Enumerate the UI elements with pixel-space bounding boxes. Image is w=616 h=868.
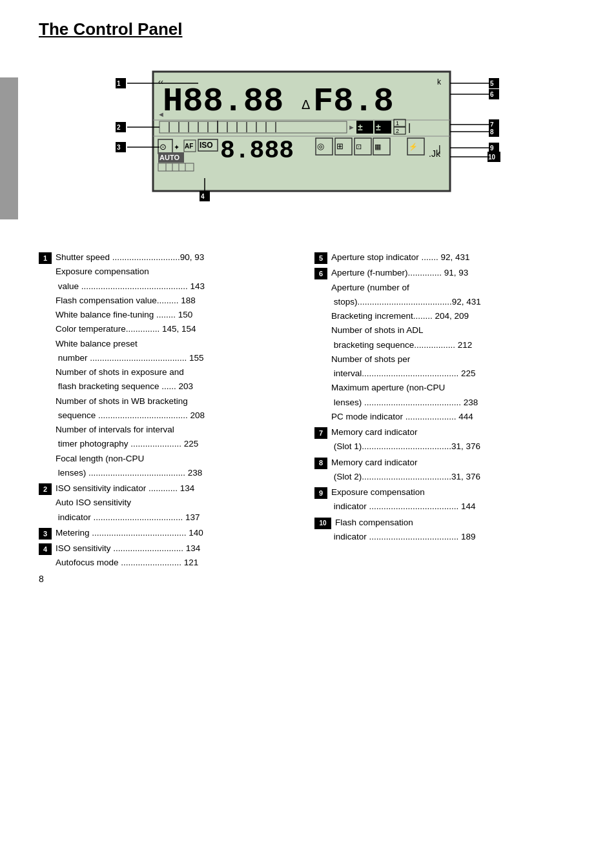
sub-entry-1-4: White balance fine-tuning ........ 150 [56, 308, 302, 321]
sub-entry-7-1: (Slot 1)................................… [331, 440, 577, 453]
entry-text-2: ISO sensitivity indicator ............ 1… [56, 482, 302, 495]
entry-num-1: 1 [39, 252, 52, 264]
entry-num-6: 6 [314, 268, 327, 279]
sub-entry-6-1: Aperture (number of [331, 281, 577, 294]
sub-entry-1-11: sequence ...............................… [56, 409, 302, 422]
entry-text-8: Memory card indicator [331, 456, 577, 469]
entry-text-3: Metering ...............................… [56, 527, 302, 540]
entry-num-2: 2 [39, 483, 52, 495]
entry-text-4: ISO sensitivity ........................… [56, 542, 302, 555]
sub-entry-2-1: Auto ISO sensitivity [56, 496, 302, 509]
entry-num-8: 8 [314, 458, 327, 469]
diagram-container: H88.88 Δ F8.8 ‹‹ k ◄ [88, 52, 528, 245]
entry-num-5: 5 [314, 252, 327, 264]
entry-10: 10 Flash compensation [314, 516, 577, 529]
svg-text:2: 2 [117, 124, 121, 131]
svg-text:F8.8: F8.8 [313, 83, 394, 121]
sub-entry-1-15: lenses) ................................… [56, 467, 302, 479]
sub-entry-1-6: White balance preset [56, 338, 302, 350]
entry-text-7: Memory card indicator [331, 426, 577, 439]
left-column: 1 Shutter speed ........................… [39, 251, 302, 571]
content-area: 1 Shutter speed ........................… [39, 251, 577, 571]
page-number: 8 [39, 574, 44, 584]
svg-text:10: 10 [488, 154, 496, 161]
sub-entry-1-10: Number of shots in WB bracketing [56, 395, 302, 408]
entry-num-10: 10 [314, 518, 331, 529]
sub-entry-1-13: timer photography ..................... … [56, 438, 302, 450]
svg-text:5: 5 [490, 80, 494, 87]
entry-text-9: Exposure compensation [331, 486, 577, 499]
svg-text:✦: ✦ [174, 143, 180, 151]
control-panel-diagram: H88.88 Δ F8.8 ‹‹ k ◄ [88, 52, 528, 243]
entry-9: 9 Exposure compensation [314, 486, 577, 499]
sub-entry-6-2: stops)..................................… [331, 296, 577, 308]
entry-4: 4 ISO sensitivity ......................… [39, 542, 302, 555]
svg-text:⊞: ⊞ [336, 141, 344, 151]
svg-text:1: 1 [117, 80, 121, 87]
sub-entry-6-8: Maximum aperture (non-CPU [331, 381, 577, 394]
svg-text:⊡: ⊡ [356, 143, 362, 150]
svg-text:3: 3 [117, 144, 121, 151]
entry-text-1: Shutter speed ..........................… [56, 251, 302, 264]
sub-entry-1-9: flash bracketing sequence ...... 203 [56, 380, 302, 393]
svg-text:±: ± [376, 122, 381, 132]
entry-5: 5 Aperture stop indicator ....... 92, 43… [314, 251, 577, 264]
entry-6: 6 Aperture (f-number).............. 91, … [314, 267, 577, 279]
sub-entry-1-8: Number of shots in exposure and [56, 366, 302, 379]
sub-entry-6-9: lenses) ................................… [331, 396, 577, 409]
svg-text:AF: AF [185, 143, 193, 150]
sub-entry-6-4: Number of shots in ADL [331, 324, 577, 337]
entry-text-6: Aperture (f-number).............. 91, 93 [331, 267, 577, 279]
svg-text:1: 1 [396, 120, 399, 126]
svg-text:2: 2 [396, 128, 399, 134]
sub-entry-1-12: Number of intervals for interval [56, 423, 302, 436]
svg-text:8: 8 [490, 128, 494, 136]
svg-text:⚡: ⚡ [409, 142, 418, 151]
sub-entry-6-5: bracketing sequence................. 212 [331, 339, 577, 352]
svg-text:|: | [438, 144, 441, 154]
sub-entry-10-1: indicator ..............................… [331, 530, 577, 543]
sub-entry-6-3: Bracketing increment........ 204, 209 [331, 310, 577, 323]
entry-text-10: Flash compensation [335, 516, 577, 529]
entry-num-7: 7 [314, 427, 327, 439]
svg-text:◎: ◎ [317, 141, 324, 151]
sub-entry-9-1: indicator ..............................… [331, 500, 577, 513]
sub-entry-1-7: number .................................… [56, 352, 302, 365]
svg-text:|: | [408, 122, 411, 133]
entry-8: 8 Memory card indicator [314, 456, 577, 469]
entry-text-5: Aperture stop indicator ....... 92, 431 [331, 251, 577, 264]
sub-entry-8-1: (Slot 2)................................… [331, 470, 577, 483]
svg-text:ISO: ISO [200, 141, 213, 150]
sub-entry-6-7: interval................................… [331, 367, 577, 380]
sub-entry-1-2: value ..................................… [56, 280, 302, 293]
sub-entry-6-10: PC mode indicator ..................... … [331, 410, 577, 423]
svg-text:H88.88: H88.88 [163, 83, 283, 121]
entry-num-9: 9 [314, 487, 327, 499]
sub-entry-1-3: Flash compensation value......... 188 [56, 294, 302, 307]
svg-text:4: 4 [201, 193, 205, 200]
sub-entry-4-1: Autofocus mode .........................… [56, 556, 302, 569]
svg-text:◄: ◄ [158, 110, 165, 118]
right-column: 5 Aperture stop indicator ....... 92, 43… [314, 251, 577, 571]
sub-entry-1-1: Exposure compensation [56, 265, 302, 278]
svg-text:9: 9 [490, 145, 494, 152]
entry-3: 3 Metering .............................… [39, 527, 302, 540]
entry-7: 7 Memory card indicator [314, 426, 577, 439]
entry-num-4: 4 [39, 543, 52, 555]
svg-text:►: ► [348, 123, 355, 131]
svg-text:6: 6 [490, 91, 494, 98]
sub-entry-6-6: Number of shots per [331, 353, 577, 366]
svg-text:±: ± [358, 122, 363, 132]
entry-num-3: 3 [39, 528, 52, 540]
svg-text:k: k [437, 77, 442, 86]
svg-text:▦: ▦ [375, 143, 381, 150]
svg-text:AUTO: AUTO [159, 154, 180, 161]
sub-entry-2-2: indicator ..............................… [56, 511, 302, 524]
svg-text:8.888: 8.888 [220, 137, 294, 165]
svg-text:‹‹: ‹‹ [158, 77, 163, 86]
sub-entry-1-14: Focal length (non-CPU [56, 452, 302, 465]
entry-1: 1 Shutter speed ........................… [39, 251, 302, 264]
svg-text:Δ: Δ [302, 97, 310, 112]
sub-entry-1-5: Color temperature.............. 145, 154 [56, 323, 302, 336]
page-title: The Control Panel [39, 19, 577, 39]
